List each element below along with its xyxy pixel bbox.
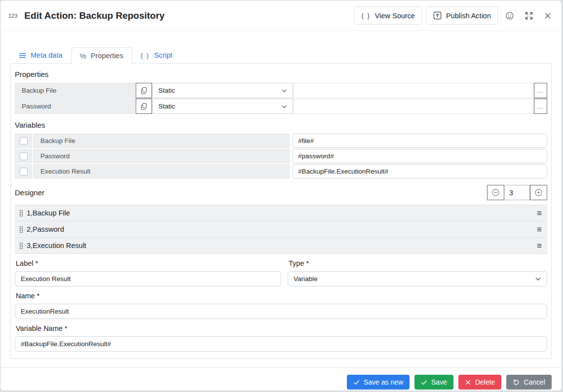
decrement-button[interactable] <box>487 185 504 200</box>
action-id-badge: 123 <box>8 13 17 19</box>
dialog-title: Edit Action: Backup Repository <box>24 10 164 21</box>
designer-section-title: Designer <box>15 188 44 197</box>
label-field-label: Label * <box>16 259 280 267</box>
tab-label: Meta data <box>31 51 63 59</box>
dialog-footer: Save as new Save Delete Cancel <box>0 367 562 390</box>
variable-value-input[interactable] <box>292 164 547 178</box>
designer-field-label: 1,Backup File <box>27 209 70 217</box>
copy-button[interactable] <box>136 83 152 98</box>
property-more-button[interactable]: ... <box>534 83 547 98</box>
check-icon <box>353 379 360 386</box>
check-icon <box>421 379 427 386</box>
save-button[interactable]: Save <box>414 375 453 390</box>
field-count-stepper <box>487 185 547 200</box>
smiley-icon <box>505 11 514 20</box>
drag-handle-icon[interactable] <box>19 242 23 249</box>
braces-icon: { } <box>141 52 150 59</box>
variable-checkbox[interactable] <box>20 168 28 176</box>
cancel-label: Cancel <box>524 378 545 386</box>
feedback-smiley-button[interactable] <box>502 9 517 23</box>
publish-label: Publish Action <box>446 12 491 20</box>
designer-field-label: 3,Execution Result <box>27 242 86 249</box>
expand-icon <box>525 11 533 20</box>
checkbox-cell <box>15 149 32 163</box>
minus-circle-icon <box>491 188 500 197</box>
selected-mode: Static <box>158 103 175 110</box>
variable-value-input[interactable] <box>292 149 547 163</box>
property-value-input[interactable] <box>294 99 533 114</box>
view-source-label: View Source <box>375 12 415 20</box>
x-icon <box>465 379 471 386</box>
publish-action-button[interactable]: Publish Action <box>426 6 498 25</box>
properties-tab-panel: Properties Backup File Static ... Passwo… <box>10 63 552 359</box>
copy-icon <box>141 87 147 94</box>
variable-name-cell: Password <box>33 149 290 163</box>
save-as-new-button[interactable]: Save as new <box>347 375 410 390</box>
tab-bar: Meta data % Properties { } Script <box>0 47 562 63</box>
label-input[interactable] <box>15 271 281 286</box>
delete-button[interactable]: Delete <box>458 375 501 390</box>
chevron-down-icon <box>535 276 541 282</box>
checkbox-cell <box>15 164 32 178</box>
tab-properties[interactable]: % Properties <box>71 47 132 64</box>
row-menu-icon[interactable]: ≡ <box>537 209 542 217</box>
drag-handle-icon[interactable] <box>19 226 23 233</box>
cancel-button[interactable]: Cancel <box>506 375 552 390</box>
braces-icon: { } <box>361 12 370 19</box>
close-dialog-button[interactable] <box>541 9 555 22</box>
variable-name-input[interactable] <box>15 336 547 352</box>
copy-button[interactable] <box>136 99 152 114</box>
checkbox-cell <box>15 134 32 148</box>
save-as-new-label: Save as new <box>364 378 403 386</box>
variable-row: Execution Result <box>15 164 547 178</box>
undo-icon <box>513 379 520 386</box>
variables-section-title: Variables <box>15 121 547 129</box>
tab-script[interactable]: { } Script <box>132 47 181 63</box>
property-mode-select[interactable]: Static <box>152 83 293 98</box>
field-editor-form: Label * Type * Variable <box>15 254 547 286</box>
plus-circle-icon <box>534 188 543 197</box>
variable-name-cell: Execution Result <box>33 164 290 178</box>
field-count-input[interactable] <box>504 185 530 200</box>
property-value-input[interactable] <box>294 83 533 98</box>
designer-field-row[interactable]: 3,Execution Result ≡ <box>15 238 547 254</box>
property-row: Backup File Static ... <box>15 83 547 98</box>
drag-handle-icon[interactable] <box>19 210 23 217</box>
selected-type: Variable <box>294 275 318 283</box>
properties-section-title: Properties <box>15 70 547 78</box>
variable-value-input[interactable] <box>292 134 547 148</box>
fullscreen-button[interactable] <box>522 9 536 23</box>
dialog-header: 123 Edit Action: Backup Repository { } V… <box>0 0 562 31</box>
variable-row: Backup File <box>15 134 547 148</box>
row-menu-icon[interactable]: ≡ <box>537 242 542 250</box>
tab-meta-data[interactable]: Meta data <box>10 47 71 63</box>
copy-icon <box>141 103 147 110</box>
chevron-down-icon <box>281 88 287 94</box>
tab-label: Script <box>154 51 172 59</box>
close-icon <box>544 12 552 20</box>
property-name-cell: Backup File <box>15 83 135 98</box>
percent-icon: % <box>80 52 86 60</box>
upload-box-icon <box>433 11 442 20</box>
designer-field-row[interactable]: 2,Password ≡ <box>15 221 547 238</box>
variable-name-cell: Backup File <box>33 134 290 148</box>
designer-field-list: 1,Backup File ≡ 2,Password ≡ 3,Execution… <box>15 205 547 254</box>
type-select[interactable]: Variable <box>288 271 547 286</box>
property-mode-select[interactable]: Static <box>152 99 293 114</box>
view-source-button[interactable]: { } View Source <box>354 6 421 25</box>
variable-checkbox[interactable] <box>20 152 28 160</box>
property-name-cell: Password <box>15 99 135 114</box>
row-menu-icon[interactable]: ≡ <box>537 225 542 234</box>
tab-label: Properties <box>91 52 123 60</box>
variable-name-field-label: Variable Name * <box>16 324 546 332</box>
selected-mode: Static <box>158 87 175 94</box>
variable-checkbox[interactable] <box>20 137 28 145</box>
name-input[interactable] <box>15 304 547 319</box>
designer-field-label: 2,Password <box>27 225 64 233</box>
increment-button[interactable] <box>530 185 547 200</box>
list-icon <box>19 52 26 59</box>
property-more-button[interactable]: ... <box>534 99 547 114</box>
designer-field-row[interactable]: 1,Backup File ≡ <box>15 205 547 221</box>
chevron-down-icon <box>281 104 287 109</box>
property-row: Password Static ... <box>15 99 547 114</box>
